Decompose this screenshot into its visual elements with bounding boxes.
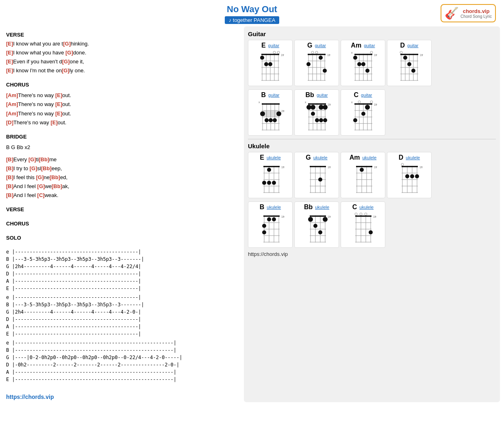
chord-e[interactable]: [E] <box>6 50 13 56</box>
chord-b[interactable]: [B] <box>6 174 13 180</box>
chord-type-link[interactable]: ukulele <box>362 155 376 160</box>
chord-card-uke-B: B ukulele <box>248 201 293 248</box>
chord-panel-url[interactable]: https://chords.vip <box>248 251 496 257</box>
chord-card-name: Am <box>350 154 360 161</box>
chord-card-name: E <box>260 154 264 161</box>
chord-e[interactable]: [E] <box>55 110 62 117</box>
lyric-line: [E]Even if you haven't d[G]one it, <box>6 57 238 66</box>
chord-b[interactable]: [B] <box>6 192 13 198</box>
chord-b[interactable]: [B] <box>6 165 13 171</box>
chord-type-link[interactable]: guitar <box>268 43 280 48</box>
chord-g[interactable]: [G] <box>30 165 37 171</box>
chord-g[interactable]: [G] <box>62 58 70 65</box>
chord-card-name: Am <box>351 42 361 49</box>
chord-g[interactable]: [G] <box>65 50 73 56</box>
chord-e[interactable]: [E] <box>55 101 62 107</box>
svg-point-116 <box>370 101 373 103</box>
chord-card-uke-Bb: Bb ukulele <box>294 201 339 248</box>
chord-d[interactable]: [D] <box>6 119 13 126</box>
chord-g[interactable]: [G] <box>63 41 71 47</box>
svg-point-153 <box>360 168 364 172</box>
chord-card-guitar-Bb: Bb guitar x <box>294 89 339 136</box>
svg-text:1fr: 1fr <box>373 215 377 218</box>
fretboard-uke-B: 1fr <box>256 212 285 245</box>
artist-badge[interactable]: together PANGEA <box>225 16 280 24</box>
chord-e[interactable]: [E] <box>55 92 62 98</box>
chord-card-name: E <box>261 42 266 49</box>
chord-card-name: G <box>307 42 312 49</box>
svg-point-28 <box>323 69 327 73</box>
ukulele-row-1: E ukulele <box>248 152 496 198</box>
chord-card-name: C <box>354 91 358 99</box>
logo: 🎸 chords.vip Chord Song Lyric <box>441 4 496 22</box>
chord-type-link[interactable]: ukulele <box>267 155 281 160</box>
svg-text:1fr: 1fr <box>420 54 424 56</box>
chord-e[interactable]: [E] <box>6 58 13 65</box>
chord-type-link[interactable]: ukulele <box>313 155 328 160</box>
chord-g[interactable]: [G] <box>28 156 36 162</box>
chord-type-link[interactable]: ukulele <box>359 205 374 210</box>
chord-card-name: B <box>260 204 265 211</box>
svg-point-11 <box>264 62 268 66</box>
svg-text:2fr: 2fr <box>281 110 285 113</box>
chord-e[interactable]: [E] <box>50 119 57 126</box>
svg-point-13 <box>273 51 276 54</box>
chord-type-link[interactable]: guitar <box>364 43 375 48</box>
chord-e[interactable]: [E] <box>6 41 13 47</box>
chord-bb[interactable]: [Bb] <box>50 174 60 180</box>
lyric-line: [B]I feel this [G]ne[Bb]ed, <box>6 173 238 182</box>
chord-am[interactable]: [Am] <box>6 110 18 117</box>
fretboard-uke-G: 1fr <box>302 162 331 195</box>
fretboard-uke-Bb: 1fr <box>302 212 331 245</box>
svg-point-61 <box>411 69 415 73</box>
svg-point-79 <box>269 118 273 122</box>
chord-card-uke-G: G ukulele 1fr <box>294 152 339 198</box>
chord-type-link[interactable]: guitar <box>315 43 326 48</box>
chord-card-guitar-Am: Am guitar x <box>341 40 385 86</box>
svg-point-194 <box>313 224 317 228</box>
svg-point-178 <box>267 217 271 221</box>
chord-bb[interactable]: [Bb] <box>41 165 52 171</box>
chord-type-link[interactable]: ukulele <box>267 205 281 210</box>
logo-text: chords.vip <box>463 8 490 14</box>
chord-type-link[interactable]: guitar <box>361 93 372 97</box>
svg-point-192 <box>308 217 313 222</box>
svg-point-130 <box>267 181 271 185</box>
chord-bb[interactable]: [Bb] <box>39 156 49 162</box>
ukulele-row-2: B ukulele <box>248 201 496 248</box>
chord-am[interactable]: [Am] <box>6 92 18 98</box>
chord-type-link[interactable]: guitar <box>317 93 328 97</box>
chord-type-link[interactable]: ukulele <box>406 155 420 160</box>
chord-b[interactable]: [B] <box>6 156 13 162</box>
song-title: No Way Out <box>4 4 500 15</box>
chord-b[interactable]: [B] <box>6 183 13 189</box>
svg-point-10 <box>260 56 264 60</box>
ukulele-title: Ukulele <box>248 143 496 149</box>
chord-am[interactable]: [Am] <box>6 101 18 107</box>
footer-url[interactable]: https://chords.vip <box>6 394 238 400</box>
chord-type-link[interactable]: guitar <box>407 43 419 48</box>
chord-g[interactable]: [G] <box>36 174 44 180</box>
fretboard-guitar-D: 1fr <box>393 50 426 83</box>
chord-g[interactable]: [G] <box>62 67 70 74</box>
chord-card-guitar-E: E guitar <box>248 40 293 86</box>
chord-type-link[interactable]: ukulele <box>315 205 329 210</box>
lyric-line: [B]And I feel [G]we[Bb]ak, <box>6 182 238 191</box>
chord-card-name: Bb <box>306 91 314 99</box>
chord-c[interactable]: [C] <box>37 192 45 198</box>
svg-point-14 <box>277 51 280 54</box>
fretboard-uke-D: 1fr <box>394 162 425 195</box>
chord-g[interactable]: [G] <box>37 183 45 189</box>
svg-text:1fr: 1fr <box>419 166 423 169</box>
chord-e[interactable]: [E] <box>6 67 13 74</box>
lyric-line: [E]I know what you are t[G]hinking. <box>6 39 238 48</box>
svg-point-98 <box>315 118 319 122</box>
svg-point-115 <box>353 118 357 122</box>
svg-point-27 <box>319 56 323 60</box>
main-layout: VERSE [E]I know what you are t[G]hinking… <box>4 26 500 402</box>
chord-type-link[interactable]: guitar <box>268 93 280 97</box>
chord-bb[interactable]: [Bb] <box>52 183 62 189</box>
fretboard-guitar-Am: x <box>346 50 380 83</box>
svg-point-30 <box>315 51 318 54</box>
lyrics-column: VERSE [E]I know what you are t[G]hinking… <box>4 26 240 402</box>
